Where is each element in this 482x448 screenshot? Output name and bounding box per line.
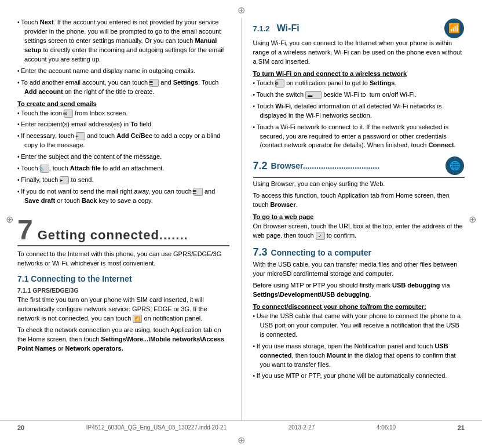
compose-icon: ✉ bbox=[64, 110, 73, 118]
confirm-icon: ✓ bbox=[316, 232, 325, 240]
svg-text:🌐: 🌐 bbox=[450, 161, 461, 171]
section-712-header: 7.1.2 Wi-Fi 📶 bbox=[253, 18, 465, 39]
connect-bullet-1: Use the USB cable that came with your ph… bbox=[253, 312, 465, 340]
wifi-bullet-2: Touch the switch ▬ beside Wi-Fi to turn … bbox=[253, 90, 465, 100]
section-72-header: 7.2 Browser.............................… bbox=[253, 156, 465, 178]
page-number-right: 21 bbox=[458, 424, 465, 431]
attach-icon: + bbox=[76, 132, 85, 140]
gprs-p2: To check the network connection you are … bbox=[17, 326, 229, 354]
section-71-title: 7.1 Connecting to the Internet bbox=[17, 274, 229, 283]
go-to-web-heading: To go to a web page bbox=[253, 213, 465, 220]
bullet-send: Finally, touch ➤ to send. bbox=[17, 176, 229, 185]
chapter-header: 7 Getting connected....... bbox=[17, 216, 229, 246]
footer: 20 IP4512_6030A_QG_Eng_USA_03_130227.ind… bbox=[0, 420, 482, 434]
section-711-title: 7.1.1 GPRS/EDGE/3G bbox=[17, 287, 229, 294]
chapter-number: 7 bbox=[17, 216, 33, 244]
bullet-cc: If necessary, touch + and touch Add Cc/B… bbox=[17, 132, 229, 150]
wifi-turn-on-heading: To turn Wi-Fi on and connect to a wirele… bbox=[253, 70, 465, 77]
section-73-number: 7.3 bbox=[253, 246, 268, 258]
bullet-save-draft: If you do not want to send the mail righ… bbox=[17, 187, 229, 206]
bullet-add-account: To add another email account, you can to… bbox=[17, 78, 229, 97]
wifi-intro: Using Wi-Fi, you can connect to the Inte… bbox=[253, 39, 465, 67]
switch-icon: ▬ bbox=[305, 91, 322, 99]
wifi-bullet-1: Touch ⚙ on notification panel to get to … bbox=[253, 79, 465, 88]
page-container: ⊕ ⊕ Touch Next. If the account you enter… bbox=[0, 0, 482, 448]
chapter-intro: To connect to the Internet with this pho… bbox=[17, 250, 229, 268]
bullet-account-name: Enter the account name and display name … bbox=[17, 67, 229, 76]
content-area: ⊕ Touch Next. If the account you entered… bbox=[0, 18, 482, 420]
connecting-p1: With the USB cable, you can transfer med… bbox=[253, 260, 465, 279]
section-712-sub: Wi-Fi bbox=[277, 23, 300, 33]
bottom-crosshair: ⊕ bbox=[0, 434, 482, 448]
top-crosshair: ⊕ bbox=[0, 0, 482, 18]
footer-file: IP4512_6030A_QG_Eng_USA_03_130227.indd 2… bbox=[86, 424, 227, 431]
bullet-touch-icon: Touch the icon ✉ from Inbox screen. bbox=[17, 109, 229, 118]
section-73-header: 7.3 Connecting to a computer bbox=[253, 246, 465, 258]
left-page: ⊕ Touch Next. If the account you entered… bbox=[12, 18, 242, 420]
bullet-recipient: Enter recipient(s) email address(es) in … bbox=[17, 120, 229, 129]
section-73-title: Connecting to a computer bbox=[271, 248, 371, 257]
connect-bullet-3: If you use MTP or PTP, your phone will b… bbox=[253, 371, 465, 381]
bullet-next: Touch Next. If the account you entered i… bbox=[17, 18, 229, 64]
connect-bullet-2: If you use mass storage, open the Notifi… bbox=[253, 342, 465, 370]
section-72-title: Browser.................................… bbox=[271, 161, 445, 170]
clip-icon: 📎 bbox=[40, 165, 49, 173]
right-crosshair: ⊕ bbox=[469, 214, 476, 225]
create-send-heading: To create and send emails bbox=[17, 100, 229, 107]
bullet-subject: Enter the subject and the content of the… bbox=[17, 152, 229, 162]
browser-p1: To access this function, touch Applicati… bbox=[253, 191, 465, 210]
wifi-bullet-4: Touch a Wi-Fi network to connect to it. … bbox=[253, 123, 465, 151]
settings-icon: ⚙ bbox=[275, 79, 284, 88]
gprs-p1: The first time you turn on your phone wi… bbox=[17, 296, 229, 323]
connect-disconnect-heading: To connect/disconnect your phone to/from… bbox=[253, 303, 465, 310]
section-72-number: 7.2 bbox=[253, 160, 268, 172]
go-to-web-p1: On Browser screen, touch the URL box at … bbox=[253, 222, 465, 241]
bullet-attach: Touch 📎, touch Attach file to add an att… bbox=[17, 164, 229, 173]
svg-text:📶: 📶 bbox=[448, 23, 460, 34]
section-712-num: 7.1.2 bbox=[253, 24, 270, 33]
menu-icon2: ☰ bbox=[193, 188, 203, 196]
chapter-title: Getting connected....... bbox=[38, 228, 188, 243]
wifi-icon-large: 📶 bbox=[444, 18, 465, 39]
send-icon: ➤ bbox=[60, 176, 69, 184]
browser-intro: Using Browser, you can enjoy surfing the… bbox=[253, 180, 465, 189]
page-number-left: 20 bbox=[17, 424, 24, 431]
connecting-p2: Before using MTP or PTP you should first… bbox=[253, 281, 465, 300]
footer-date: 2013-2-27 bbox=[289, 424, 315, 431]
browser-icon: 🌐 bbox=[445, 156, 465, 176]
right-page: ⊕ 7.1.2 Wi-Fi 📶 Using Wi-Fi, you can con… bbox=[242, 18, 471, 420]
wifi-bullet-3: Touch Wi-Fi, detailed information of all… bbox=[253, 102, 465, 121]
menu-icon: ☰ bbox=[149, 79, 159, 87]
section-712-number-title: 7.1.2 Wi-Fi bbox=[253, 23, 300, 34]
left-crosshair: ⊕ bbox=[6, 214, 13, 225]
footer-time: 4:06:10 bbox=[377, 424, 396, 431]
notif-icon: 📶 bbox=[133, 315, 142, 323]
